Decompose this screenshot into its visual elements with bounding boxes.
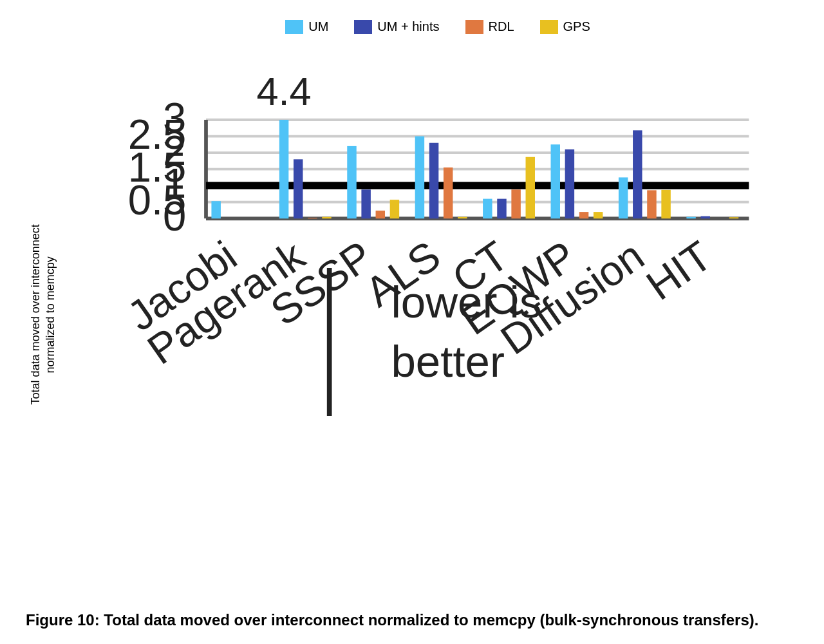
bar [700, 216, 709, 219]
legend-label: RDL [489, 19, 514, 34]
bar [483, 199, 492, 219]
chart-area: Total data moved over interconnectnormal… [26, 46, 798, 583]
bar [686, 217, 695, 219]
legend-label: GPS [563, 19, 590, 34]
legend-color-swatch [540, 20, 558, 34]
bar-annotation: 4.4 [256, 69, 311, 113]
bar [429, 143, 438, 219]
bar [565, 149, 574, 218]
bar [279, 120, 288, 218]
bar [633, 130, 642, 218]
bar [444, 167, 453, 218]
bar [594, 212, 603, 218]
legend-item: UM + hints [354, 19, 439, 34]
x-axis-label: HIT [638, 232, 720, 309]
bar [308, 218, 317, 218]
caption-text: Figure 10: Total data moved over interco… [26, 611, 758, 629]
chart-plot: 00.511.522.53JacobiPagerankSSSPALSCTEQWP… [58, 46, 798, 583]
legend-item: RDL [465, 19, 514, 34]
legend-item: GPS [540, 19, 590, 34]
legend-label: UM + hints [377, 19, 439, 34]
y-axis-label: Total data moved over interconnectnormal… [26, 46, 58, 583]
bar [647, 190, 656, 218]
bar [526, 157, 535, 219]
bar [361, 189, 370, 218]
bar [294, 159, 303, 218]
legend-label: UM [308, 19, 328, 34]
legend-color-swatch [354, 20, 372, 34]
bar [211, 201, 220, 218]
bar [579, 212, 588, 218]
figure-caption: Figure 10: Total data moved over interco… [26, 609, 798, 631]
bar [458, 217, 467, 219]
lower-is-better-label: lower is [391, 278, 542, 327]
chart-inner: 00.511.522.53JacobiPagerankSSSPALSCTEQWP… [58, 46, 798, 583]
bar [322, 217, 331, 219]
page: UMUM + hintsRDLGPS Total data moved over… [0, 0, 824, 644]
lower-is-better-label: better [391, 337, 505, 386]
bar [729, 217, 738, 218]
bar [619, 177, 628, 218]
legend-color-swatch [465, 20, 483, 34]
bar [390, 200, 399, 218]
bar [661, 190, 670, 218]
bar [511, 189, 520, 218]
chart-svg: 00.511.522.53JacobiPagerankSSSPALSCTEQWP… [58, 46, 798, 416]
bar [347, 146, 356, 218]
bar [376, 211, 385, 218]
bar [551, 144, 560, 218]
legend-color-swatch [285, 20, 303, 34]
bar [415, 137, 424, 219]
legend-item: UM [285, 19, 328, 34]
legend: UMUM + hintsRDLGPS [77, 19, 798, 34]
bar [497, 199, 506, 219]
svg-text:3: 3 [163, 94, 186, 141]
